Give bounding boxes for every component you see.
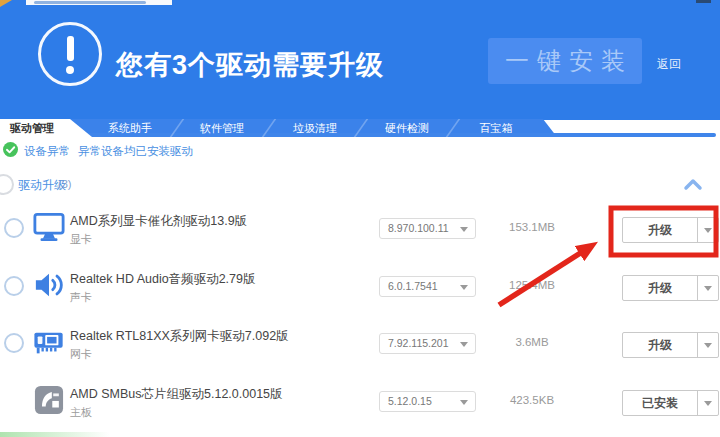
chipset-icon xyxy=(33,384,65,416)
driver-row-chipset: AMD SMBus芯片组驱动5.12.0.0015版 主板 5.12.0.15 … xyxy=(0,378,720,436)
driver-row-audio: Realtek HD Audio音频驱动2.79版 声卡 6.0.1.7541 … xyxy=(0,263,720,321)
version-select[interactable]: 8.970.100.11 xyxy=(379,218,476,239)
alert-icon xyxy=(38,22,102,86)
chevron-down-icon xyxy=(704,343,712,348)
driver-radio[interactable] xyxy=(4,218,24,238)
chevron-down-icon xyxy=(704,286,712,291)
one-click-install-button[interactable]: 一键安装 xyxy=(488,38,642,84)
tab-toolbox[interactable]: 百宝箱 xyxy=(480,120,513,137)
success-check-icon xyxy=(3,142,18,157)
chevron-down-icon xyxy=(704,401,712,406)
chevron-down-icon xyxy=(460,342,468,347)
tab-junk-cleanup[interactable]: 垃圾清理 xyxy=(293,120,337,137)
driver-name: AMD SMBus芯片组驱动5.12.0.0015版 xyxy=(70,386,283,403)
driver-row-gpu: AMD系列显卡催化剂驱动13.9版 显卡 8.970.100.11 153.1M… xyxy=(0,205,720,263)
installed-options-toggle[interactable] xyxy=(697,391,718,415)
driver-category: 声卡 xyxy=(70,290,92,305)
banner-message: 您有3个驱动需要升级 xyxy=(116,47,384,83)
upgrade-options-toggle[interactable] xyxy=(697,218,718,242)
section-count: (3) xyxy=(58,178,71,190)
back-link[interactable]: 返回 xyxy=(657,56,681,73)
next-section-peek xyxy=(0,432,110,437)
driver-size: 125.4MB xyxy=(492,279,572,291)
driver-category: 显卡 xyxy=(70,232,92,247)
version-select[interactable]: 5.12.0.15 xyxy=(379,391,476,412)
audio-icon xyxy=(33,269,65,301)
driver-name: Realtek HD Audio音频驱动2.79版 xyxy=(70,271,256,288)
driver-radio[interactable] xyxy=(4,333,24,353)
installed-button[interactable]: 已安装 xyxy=(622,390,719,416)
status-label: 设备异常 xyxy=(24,144,70,159)
network-icon xyxy=(33,326,65,358)
version-select[interactable]: 7.92.115.201 xyxy=(379,333,476,354)
chevron-down-icon xyxy=(704,228,712,233)
upgrade-button[interactable]: 升级 xyxy=(622,217,719,243)
corner-artifact xyxy=(696,0,711,3)
driver-row-network: Realtek RTL81XX系列网卡驱动7.092版 网卡 7.92.115.… xyxy=(0,320,720,378)
driver-size: 423.5KB xyxy=(492,394,572,406)
upgrade-button[interactable]: 升级 xyxy=(622,275,719,301)
upgrade-banner: 您有3个驱动需要升级 一键安装 返回 xyxy=(0,0,720,120)
driver-category: 网卡 xyxy=(70,347,92,362)
driver-size: 3.6MB xyxy=(492,336,572,348)
chevron-down-icon xyxy=(460,285,468,290)
chevron-down-icon xyxy=(460,400,468,405)
upgrade-options-toggle[interactable] xyxy=(697,276,718,300)
tab-software-management[interactable]: 软件管理 xyxy=(200,120,244,137)
driver-manager-window: 您有3个驱动需要升级 一键安装 返回 驱动管理 系统助手 软件管理 垃圾清理 硬… xyxy=(0,0,720,437)
tab-label: 驱动管理 xyxy=(10,121,54,136)
upgrade-options-toggle[interactable] xyxy=(697,333,718,357)
window-titlebar-fragment xyxy=(26,0,172,5)
chevron-up-icon[interactable] xyxy=(683,177,703,191)
driver-radio[interactable] xyxy=(4,276,24,296)
gpu-icon xyxy=(33,211,65,243)
tab-hardware-detection[interactable]: 硬件检测 xyxy=(385,120,429,137)
tab-system-assistant[interactable]: 系统助手 xyxy=(108,120,152,137)
driver-name: Realtek RTL81XX系列网卡驱动7.092版 xyxy=(70,328,289,345)
version-select[interactable]: 6.0.1.7541 xyxy=(379,276,476,297)
status-detail: 异常设备均已安装驱动 xyxy=(78,144,193,159)
driver-name: AMD系列显卡催化剂驱动13.9版 xyxy=(70,213,247,230)
driver-size: 153.1MB xyxy=(492,221,572,233)
section-bullet xyxy=(0,174,14,195)
driver-category: 主板 xyxy=(70,405,92,420)
upgrade-button[interactable]: 升级 xyxy=(622,332,719,358)
chevron-down-icon xyxy=(460,227,468,232)
